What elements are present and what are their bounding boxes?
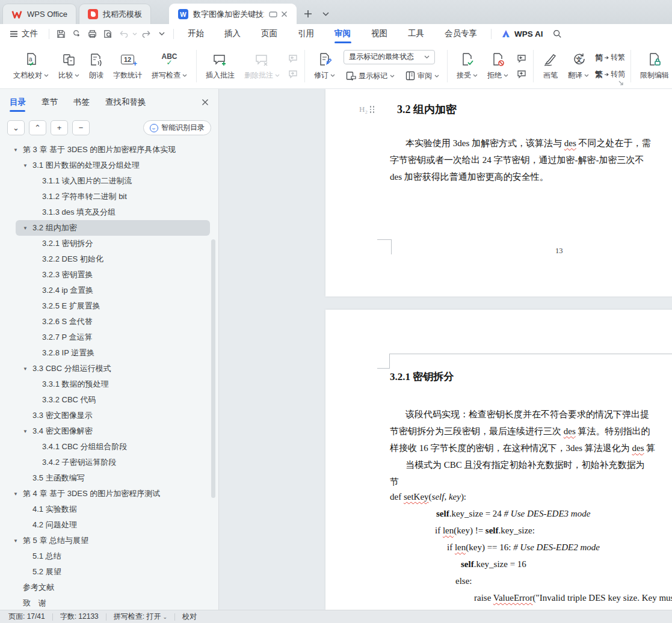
toc-item[interactable]: 3.3 密文图像显示	[16, 408, 210, 423]
sidebar-tab-find-replace[interactable]: 查找和替换	[105, 89, 146, 115]
tab-docer-templates[interactable]: 找稻壳模板	[79, 4, 151, 24]
document-text-line[interactable]: 节密钥拆分为三段密钥，最后连续进行三次 des 算法。特别指出的	[390, 423, 655, 440]
document-text-line[interactable]: des 加密获得比普通加密更高的安全性。	[390, 168, 651, 185]
toc-item[interactable]: 3.2.1 密钥拆分	[16, 236, 210, 251]
document-page-14[interactable]: 3.2.1 密钥拆分 该段代码实现：检查密钥长度并在不符合要求的情况下弹出提节密…	[325, 310, 672, 610]
document-text-line[interactable]: def setKey(self, key):	[390, 488, 672, 505]
document-text-line[interactable]: 本实验使用 3des 加解密方式，该算法与 des 不同之处在于，需	[390, 135, 651, 152]
toc-collapse-arrow-icon[interactable]: ▼	[13, 491, 23, 497]
reject-change-button[interactable]: 拒绝	[482, 49, 513, 83]
read-aloud-button[interactable]: 朗读	[84, 49, 108, 83]
menu-page[interactable]: 页面	[251, 24, 288, 43]
toc-item[interactable]: ▼3.2 组内加密	[16, 220, 210, 236]
toc-item[interactable]: 3.2.6 S 盒代替	[16, 314, 210, 330]
redo-icon[interactable]	[138, 26, 154, 41]
toc-item[interactable]: 致 谢	[8, 595, 210, 610]
toc-item[interactable]: 3.2.4 ip 盒置换	[16, 283, 210, 298]
menu-tools[interactable]: 工具	[398, 24, 434, 43]
section-heading[interactable]: 3.2 组内加密	[397, 102, 457, 117]
search-icon[interactable]	[549, 26, 565, 41]
document-text-line[interactable]: 当模式为 CBC 且没有指定初始补充数据时，初始补充数据为	[390, 456, 655, 473]
review-pane-button[interactable]: 审阅	[403, 70, 442, 82]
document-text-line[interactable]: 该段代码实现：检查密钥长度并在不符合要求的情况下弹出提	[390, 406, 655, 423]
code-block[interactable]: def setKey(self, key):self.key_size = 24…	[390, 488, 672, 606]
toc-expand-all-button[interactable]: +	[51, 120, 68, 135]
translate-button[interactable]: 文 翻译	[563, 49, 594, 83]
toc-item[interactable]: 3.1.1 读入图片的二进制流	[16, 173, 210, 189]
next-comment-icon[interactable]	[286, 68, 299, 80]
menu-insert[interactable]: 插入	[214, 24, 251, 43]
markup-state-select[interactable]: 显示标记的最终状态	[344, 50, 435, 64]
spell-check-button[interactable]: ABC✓ 拼写检查	[147, 49, 192, 83]
document-page-13[interactable]: H₂ 3.2 组内加密 本实验使用 3des 加解密方式，该算法与 des 不同…	[325, 89, 672, 296]
toc-collapse-arrow-icon[interactable]: ▼	[23, 163, 32, 168]
document-text-line[interactable]: raise ValueError("Invalid triple DES key…	[390, 589, 672, 606]
save-icon[interactable]	[53, 26, 69, 41]
compare-button[interactable]: 比较	[54, 49, 84, 83]
sidebar-scrollbar[interactable]	[211, 239, 215, 498]
document-text-line[interactable]: 节	[390, 473, 655, 490]
document-text-line[interactable]: if len(key) != self.key_size:	[390, 522, 672, 539]
word-count-button[interactable]: 12+ 字数统计	[108, 49, 147, 83]
ink-pen-button[interactable]: 画笔	[538, 49, 563, 83]
status-spell-check[interactable]: 拼写检查: 打开⌄	[114, 612, 167, 622]
simplified-to-traditional-button[interactable]: 简 转繁	[595, 52, 625, 63]
sidebar-tab-bookmarks[interactable]: 书签	[73, 89, 90, 115]
document-text-line[interactable]: 字节密钥或者一次给出 24 字节密钥，通过加密-解密-加密三次不	[390, 152, 651, 168]
accept-change-button[interactable]: 接受	[452, 49, 482, 83]
toc-item[interactable]: ▼3.3 CBC 分组运行模式	[16, 361, 210, 376]
toc-collapse-arrow-icon[interactable]: ▼	[23, 429, 32, 434]
toc-item[interactable]: 4.2 问题处理	[16, 517, 210, 533]
toc-item[interactable]: ▼第 3 章 基于 3DES 的图片加密程序具体实现	[8, 142, 210, 158]
paragraph-block[interactable]: 该段代码实现：检查密钥长度并在不符合要求的情况下弹出提节密钥拆分为三段密钥，最后…	[390, 406, 655, 490]
print-preview-icon[interactable]	[100, 26, 116, 41]
export-pdf-icon[interactable]	[69, 26, 84, 41]
wps-ai-button[interactable]: WPS AI	[495, 29, 549, 38]
doc-proofing-button[interactable]: a 文档校对	[8, 49, 54, 83]
restrict-editing-button[interactable]: 限制编辑	[635, 49, 672, 83]
toc-item[interactable]: 3.2.8 IP 逆置换	[16, 345, 210, 361]
toc-item[interactable]: 3.1.2 字符串转二进制 bit	[16, 189, 210, 204]
menu-home[interactable]: 开始	[177, 24, 214, 43]
toc-item[interactable]: 5.1 总结	[16, 548, 210, 564]
toc-item[interactable]: 3.4.2 子密钥运算阶段	[16, 455, 210, 470]
section-heading[interactable]: 3.2.1 密钥拆分	[390, 370, 454, 384]
sidebar-tab-chapters[interactable]: 章节	[42, 89, 58, 115]
smart-toc-button[interactable]: 智能识别目录	[143, 120, 211, 135]
toolbar-more-icon[interactable]	[154, 26, 170, 41]
document-text-line[interactable]: 样接收 16 字节长度的密钥，在这种情况下，3des 算法退化为 des 算	[390, 440, 655, 456]
menu-member[interactable]: 会员专享	[434, 24, 487, 43]
previous-change-icon[interactable]	[514, 52, 528, 64]
session-window-icon[interactable]	[269, 11, 277, 18]
toc-item[interactable]: 3.2.5 E 扩展置换	[16, 298, 210, 314]
heading-level-marker[interactable]: H₂	[359, 105, 375, 114]
toc-item[interactable]: 3.2.7 P 盒运算	[16, 330, 210, 345]
toc-collapse-arrow-icon[interactable]: ▼	[13, 538, 23, 544]
toc-item[interactable]: 3.5 主函数编写	[16, 470, 210, 486]
toc-item[interactable]: 3.2.2 DES 初始化	[16, 251, 210, 267]
new-tab-button[interactable]	[301, 7, 315, 20]
file-menu-button[interactable]: 文件	[0, 24, 45, 43]
tab-list-button[interactable]	[319, 7, 333, 20]
show-markup-button[interactable]: 显示标记	[344, 70, 397, 82]
tab-close-icon[interactable]	[281, 11, 288, 17]
toc-item[interactable]: 3.1.3 des 填充及分组	[16, 204, 210, 220]
toc-collapse-arrow-icon[interactable]: ▼	[13, 147, 23, 153]
paragraph-block[interactable]: 本实验使用 3des 加解密方式，该算法与 des 不同之处在于，需字节密钥或者…	[390, 135, 651, 185]
toc-collapse-arrow-icon[interactable]: ▼	[23, 226, 32, 231]
toc-item[interactable]: 3.2.3 密钥置换	[16, 267, 210, 283]
sidebar-tab-toc[interactable]: 目录	[10, 89, 26, 115]
document-text-line[interactable]: self.key_size = 24 # Use DES-EDE3 mode	[390, 505, 672, 522]
status-page-indicator[interactable]: 页面: 17/41	[8, 612, 45, 622]
toc-expand-down-button[interactable]: ⌄	[7, 120, 25, 135]
delete-comment-button[interactable]: 删除批注	[239, 49, 285, 83]
insert-comment-button[interactable]: 插入批注	[201, 49, 239, 83]
toc-item[interactable]: 3.3.2 CBC 代码	[16, 392, 210, 408]
toc-item[interactable]: ▼3.1 图片数据的处理及分组处理	[16, 158, 210, 173]
menu-reference[interactable]: 引用	[288, 24, 324, 43]
traditional-to-simplified-button[interactable]: 繁 转简	[595, 69, 625, 80]
track-changes-button[interactable]: 修订	[309, 49, 340, 83]
document-text-line[interactable]: if len(key) == 16: # Use DES-EDE2 mode	[390, 539, 672, 556]
toc-item[interactable]: 3.4.1 CBC 分组组合阶段	[16, 439, 210, 455]
previous-comment-icon[interactable]	[286, 52, 299, 64]
